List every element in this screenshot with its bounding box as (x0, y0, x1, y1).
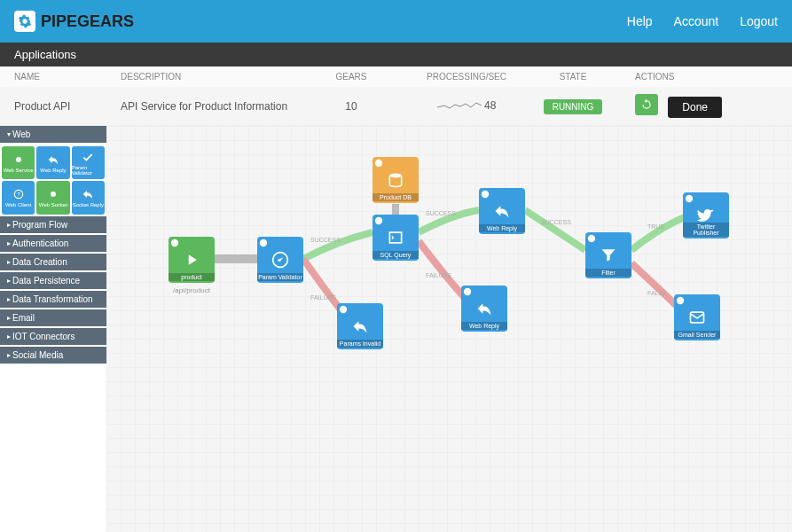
refresh-icon (640, 98, 653, 111)
node-validator[interactable]: Param Validator (257, 237, 303, 283)
database-icon (387, 171, 404, 189)
svg-point-3 (51, 192, 56, 197)
gear-icon (374, 159, 383, 168)
gear-icon (676, 296, 685, 305)
edge-label-success: SUCCESS (310, 237, 341, 243)
check-icon (271, 251, 289, 269)
edge-label-success: SUCCESS (541, 219, 571, 225)
svg-point-15 (677, 297, 684, 304)
twitter-icon (697, 207, 715, 224)
sidebar-item-authentication[interactable]: Authentication (0, 235, 106, 252)
flow-canvas[interactable]: product /api/product Param Validator SUC… (106, 126, 792, 532)
funnel-icon (600, 246, 617, 264)
edge-label-true: TRUE (647, 223, 664, 230)
logout-link[interactable]: Logout (740, 14, 778, 28)
gear-palette: Web Service Web Reply Param Validator ?W… (0, 145, 106, 216)
node-invalid[interactable]: Params Invalid (337, 303, 383, 349)
node-sql[interactable]: SQL Query (372, 215, 419, 261)
gear-icon (481, 190, 490, 199)
gear-icon (259, 239, 268, 247)
col-gears: GEARS (298, 72, 404, 82)
svg-point-0 (16, 157, 21, 162)
gear-icon (587, 234, 596, 243)
breadcrumb: Applications (0, 43, 792, 66)
table-header: NAME DESCRIPTION GEARS PROCESSING/SEC ST… (0, 66, 792, 87)
gear-icon (463, 287, 472, 296)
node-reply1[interactable]: Web Reply (479, 188, 525, 234)
col-description: DESCRIPTION (121, 72, 298, 82)
node-reply2[interactable]: Web Reply (461, 286, 507, 332)
node-db[interactable]: Product DB (372, 157, 419, 203)
reply-icon (493, 202, 511, 220)
tile-web-service[interactable]: Web Service (2, 146, 35, 179)
tile-param-validator[interactable]: Param Validator (72, 146, 105, 179)
sidebar: Web Web Service Web Reply Param Validato… (0, 126, 106, 532)
svg-point-12 (464, 288, 471, 295)
svg-point-10 (375, 217, 382, 224)
edge-label-false: FALSE (647, 290, 667, 296)
sidebar-item-data-persistence[interactable]: Data Persistence (0, 272, 106, 289)
svg-point-7 (340, 306, 347, 313)
done-button[interactable]: Done (668, 97, 722, 118)
svg-point-4 (171, 239, 178, 246)
reply-icon (351, 317, 369, 335)
table-row: Product API API Service for Product Info… (0, 87, 792, 126)
row-name: Product API (14, 100, 121, 113)
sidebar-item-data-creation[interactable]: Data Creation (0, 254, 106, 270)
svg-point-9 (389, 174, 401, 178)
terminal-icon (387, 229, 404, 246)
col-actions: ACTIONS (617, 72, 778, 82)
svg-point-8 (375, 160, 382, 167)
gear-icon (685, 194, 694, 203)
tile-web-reply[interactable]: Web Reply (36, 146, 69, 179)
node-start[interactable]: product /api/product (169, 237, 215, 283)
svg-point-14 (686, 195, 693, 202)
status-badge: RUNNING (544, 99, 603, 114)
node-filter[interactable]: Filter (585, 232, 631, 278)
edge-label-success: SUCCESS (426, 210, 456, 216)
gear-icon (170, 239, 179, 247)
sparkline-icon (437, 100, 482, 113)
row-gears: 10 (298, 100, 404, 113)
svg-point-13 (588, 235, 595, 242)
brand-text: PIPEGEARS (41, 12, 134, 31)
svg-text:?: ? (17, 192, 20, 197)
svg-point-5 (260, 239, 267, 246)
svg-point-11 (482, 191, 489, 198)
reply-icon (475, 300, 493, 317)
gear-icon (374, 216, 383, 225)
sidebar-item-email[interactable]: Email (0, 309, 106, 326)
mail-icon (688, 309, 706, 326)
node-twitter[interactable]: Twitter Publisher (683, 192, 729, 239)
logo: PIPEGEARS (14, 11, 134, 32)
row-description: API Service for Product Information (121, 100, 298, 113)
account-link[interactable]: Account (674, 14, 719, 28)
edge-label-failure: FAILURE (310, 294, 336, 301)
sidebar-item-data-transformation[interactable]: Data Transformation (0, 291, 106, 308)
row-processing: 48 (404, 99, 529, 113)
sidebar-item-program-flow[interactable]: Program Flow (0, 216, 106, 233)
refresh-button[interactable] (635, 94, 658, 115)
node-gmail[interactable]: Gmail Sender (674, 294, 720, 340)
sidebar-item-web[interactable]: Web (0, 126, 106, 143)
help-link[interactable]: Help (627, 14, 653, 28)
play-icon (183, 251, 200, 269)
gear-icon (14, 11, 35, 32)
col-processing: PROCESSING/SEC (404, 72, 529, 82)
edge-label-failure: FAILURE (426, 272, 451, 278)
tile-web-client[interactable]: ?Web Client (2, 181, 35, 214)
tile-web-socket[interactable]: Web Socket (36, 181, 69, 214)
col-state: STATE (529, 72, 617, 82)
sidebar-item-social-media[interactable]: Social Media (0, 347, 106, 364)
tile-socket-reply[interactable]: Socket Reply (72, 181, 105, 214)
sidebar-item-iot-connectors[interactable]: IOT Connectors (0, 328, 106, 345)
gear-icon (339, 305, 348, 314)
header: PIPEGEARS Help Account Logout (0, 0, 792, 43)
col-name: NAME (14, 72, 121, 82)
